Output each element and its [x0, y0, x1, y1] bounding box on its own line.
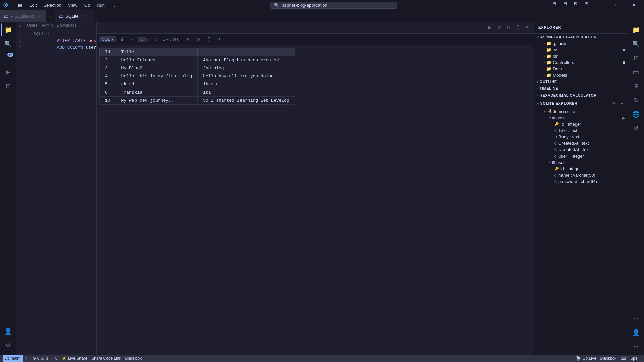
- section-project[interactable]: ▾ ASPNET-BLOG-APPLICATION: [534, 34, 628, 40]
- query-page-num[interactable]: 1: [138, 37, 146, 42]
- query-json2-btn[interactable]: ⟨⟩: [194, 35, 202, 43]
- layout-btn-3[interactable]: ⊠: [571, 0, 580, 7]
- tree-item-user[interactable]: ▾ ⊞ user: [534, 159, 628, 166]
- sqlite-table-area[interactable]: Id Title 2 Hello Friends Another Blog ha…: [97, 45, 534, 355]
- activity-run[interactable]: ▶: [1, 65, 15, 79]
- close-button[interactable]: ✕: [626, 0, 641, 10]
- layout-btn-4[interactable]: ⊡: [582, 0, 591, 7]
- post-run-btn[interactable]: ▶: [622, 116, 625, 120]
- status-git-branch[interactable]: ⎇ main*: [3, 355, 23, 362]
- tab-close-sqlite[interactable]: ✕: [81, 13, 86, 19]
- activity-settings[interactable]: ⚙: [1, 339, 15, 352]
- activity-git[interactable]: ⑂ 17: [1, 51, 15, 65]
- tab-more-btn[interactable]: ···: [46, 10, 55, 22]
- cell-id: 2: [100, 56, 116, 64]
- query-format2-btn[interactable]: {}: [205, 35, 213, 43]
- tree-item-github[interactable]: › 📁 .github: [534, 40, 628, 47]
- chevron-post: ▾: [549, 116, 551, 120]
- sqlite-refresh-btn[interactable]: ↻: [610, 100, 617, 107]
- right-globe-btn[interactable]: 🌐: [629, 108, 643, 121]
- tab-close-sql[interactable]: ✕: [37, 13, 42, 19]
- menu-file[interactable]: File: [13, 2, 25, 8]
- section-hexcalc[interactable]: › HEXADECIMAL CALCULATOR: [534, 92, 628, 99]
- explorer-more-btn[interactable]: ···: [617, 24, 624, 31]
- section-outline[interactable]: › OUTLINE: [534, 78, 628, 85]
- code-editor[interactable]: 1 -- SQLite 2 ALTER TABLE post 3 ADD COL…: [16, 29, 96, 355]
- query-prev-btn[interactable]: ‹: [129, 36, 136, 43]
- query-delete-btn[interactable]: 🗑: [119, 35, 127, 43]
- layout-btn-1[interactable]: ⊞: [549, 0, 559, 7]
- maximize-button[interactable]: □: [609, 0, 625, 10]
- view-button[interactable]: 👁: [523, 23, 531, 32]
- breadcrumb-downloads[interactable]: Downloads: [57, 23, 76, 28]
- tree-item-controllers[interactable]: › 📁 Controllers: [534, 59, 628, 66]
- status-blackbox-left[interactable]: Blackbox: [123, 355, 144, 362]
- json-button[interactable]: ⟨⟩: [504, 23, 513, 32]
- sql-dropdown-arrow: ▾: [111, 37, 113, 42]
- status-blackbox-right[interactable]: Blackbox: [598, 355, 619, 362]
- outline-label: OUTLINE: [540, 80, 557, 84]
- run-query-button[interactable]: ▶: [486, 23, 494, 32]
- section-sqlite[interactable]: ▾ SQLITE EXPLORER ↻ +: [534, 99, 628, 108]
- query-copy2-btn[interactable]: ⎘: [183, 35, 192, 43]
- query-next-btn[interactable]: ›: [153, 36, 160, 43]
- tab-sqlite[interactable]: 🗃 SQLite ✕: [55, 10, 95, 22]
- col-header-body[interactable]: [198, 48, 295, 56]
- minimize-button[interactable]: ─: [592, 0, 608, 10]
- query-eye-btn[interactable]: 👁: [216, 35, 224, 43]
- right-search-btn[interactable]: 🔍: [629, 37, 643, 51]
- tree-item-models[interactable]: › 📁 Models: [534, 72, 628, 78]
- tree-item-demo-sqlite[interactable]: ▾ 🗄 demo.sqlite: [534, 108, 628, 115]
- activity-accounts[interactable]: 👤: [1, 324, 15, 338]
- tab-sqlite-sql[interactable]: 🗃 -- SQLite.sql ✕: [0, 10, 46, 22]
- col-label-post-user: user : integer: [558, 154, 584, 159]
- right-flask-btn[interactable]: ⚗: [629, 79, 643, 93]
- breadcrumb-users[interactable]: Users: [27, 23, 37, 28]
- breadcrumb-admin[interactable]: Admin: [41, 23, 53, 28]
- status-share-code[interactable]: Share Code Link: [89, 355, 123, 362]
- right-explorer-btn[interactable]: 📁: [629, 23, 643, 37]
- right-sync-btn[interactable]: ↻: [629, 94, 643, 107]
- sqlite-add-btn[interactable]: +: [619, 100, 625, 107]
- section-timeline[interactable]: › TIMELINE: [534, 85, 628, 92]
- menu-go[interactable]: Go: [82, 2, 93, 8]
- layout-btn-2[interactable]: ⊟: [560, 0, 570, 7]
- golive-label: Go Live: [582, 356, 596, 361]
- copy-button[interactable]: ⎘: [495, 23, 503, 32]
- col-header-title[interactable]: Title: [116, 48, 198, 56]
- status-keyboard[interactable]: ⌨: [619, 355, 628, 362]
- activity-search[interactable]: 🔍: [1, 37, 15, 51]
- col-header-id[interactable]: Id: [100, 48, 116, 56]
- status-info[interactable]: ↑ 0: [50, 355, 60, 362]
- menu-run[interactable]: Run: [94, 2, 107, 8]
- format-button[interactable]: {}: [514, 23, 522, 32]
- folder-icon-controllers: 📁: [546, 60, 551, 65]
- breadcrumb-c[interactable]: C:: [19, 23, 23, 28]
- tree-item-post[interactable]: ▾ ⊞ post ▶: [534, 115, 628, 121]
- menu-edit[interactable]: Edit: [26, 2, 39, 8]
- tree-item-bin[interactable]: › 📁 bin: [534, 53, 628, 59]
- status-spell[interactable]: Spell: [628, 355, 641, 362]
- activity-extensions[interactable]: ⊞: [1, 79, 15, 93]
- table-label-user: user: [556, 160, 565, 165]
- right-db-btn[interactable]: 🗃: [629, 65, 643, 79]
- status-golive[interactable]: 📡 Go Live: [574, 355, 598, 362]
- right-user-btn[interactable]: 👤: [629, 326, 643, 339]
- right-settings-btn[interactable]: ⚙: [629, 340, 643, 353]
- status-sync[interactable]: ↻: [23, 355, 31, 362]
- menu-selection[interactable]: Selection: [41, 2, 64, 8]
- right-refresh-btn[interactable]: ↺: [629, 122, 643, 135]
- search-box[interactable]: 🔍 aspnet-blog-application: [270, 2, 397, 9]
- menu-view[interactable]: View: [65, 2, 80, 8]
- status-errors[interactable]: ⊗ 0 ⚠ 3: [31, 355, 50, 362]
- tree-item-data[interactable]: › 📁 Data: [534, 66, 628, 72]
- right-plugin-btn[interactable]: ⊞: [629, 51, 643, 65]
- menu-bar: File Edit Selection View Go Run ...: [13, 2, 118, 8]
- status-live-share[interactable]: ⚡ Live Share: [60, 355, 89, 362]
- sql-dropdown[interactable]: SQL ▾: [99, 36, 116, 42]
- menu-more[interactable]: ...: [109, 2, 118, 8]
- query-page-sep: /: [147, 37, 148, 42]
- tree-item-vs[interactable]: › 📁 .vs: [534, 47, 628, 53]
- right-more-btn[interactable]: ···: [629, 312, 643, 325]
- activity-explorer[interactable]: 📁: [1, 23, 15, 37]
